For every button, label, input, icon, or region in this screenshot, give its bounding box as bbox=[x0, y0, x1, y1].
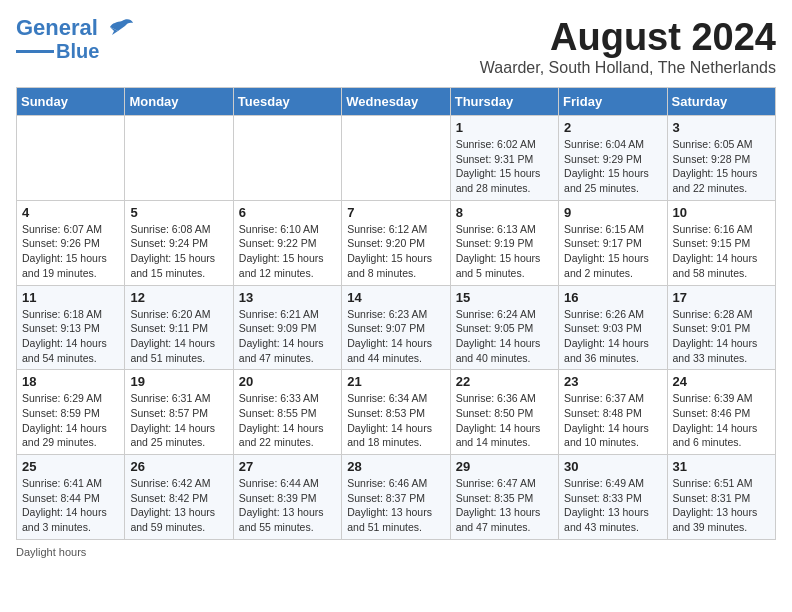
logo-bird-icon bbox=[102, 17, 134, 39]
day-cell: 8Sunrise: 6:13 AM Sunset: 9:19 PM Daylig… bbox=[450, 200, 558, 285]
logo: General Blue bbox=[16, 16, 134, 62]
header: General Blue August 2024 Waarder, South … bbox=[16, 16, 776, 77]
logo-general: General bbox=[16, 15, 98, 40]
day-cell: 28Sunrise: 6:46 AM Sunset: 8:37 PM Dayli… bbox=[342, 455, 450, 540]
day-number: 11 bbox=[22, 290, 119, 305]
day-info: Sunrise: 6:36 AM Sunset: 8:50 PM Dayligh… bbox=[456, 391, 553, 450]
day-number: 19 bbox=[130, 374, 227, 389]
month-title: August 2024 bbox=[480, 16, 776, 59]
header-cell-sunday: Sunday bbox=[17, 88, 125, 116]
day-number: 4 bbox=[22, 205, 119, 220]
header-cell-saturday: Saturday bbox=[667, 88, 775, 116]
day-cell: 26Sunrise: 6:42 AM Sunset: 8:42 PM Dayli… bbox=[125, 455, 233, 540]
day-cell: 18Sunrise: 6:29 AM Sunset: 8:59 PM Dayli… bbox=[17, 370, 125, 455]
day-cell: 5Sunrise: 6:08 AM Sunset: 9:24 PM Daylig… bbox=[125, 200, 233, 285]
day-cell: 7Sunrise: 6:12 AM Sunset: 9:20 PM Daylig… bbox=[342, 200, 450, 285]
day-info: Sunrise: 6:31 AM Sunset: 8:57 PM Dayligh… bbox=[130, 391, 227, 450]
day-cell: 11Sunrise: 6:18 AM Sunset: 9:13 PM Dayli… bbox=[17, 285, 125, 370]
day-info: Sunrise: 6:41 AM Sunset: 8:44 PM Dayligh… bbox=[22, 476, 119, 535]
calendar-header: SundayMondayTuesdayWednesdayThursdayFrid… bbox=[17, 88, 776, 116]
day-number: 8 bbox=[456, 205, 553, 220]
header-row: SundayMondayTuesdayWednesdayThursdayFrid… bbox=[17, 88, 776, 116]
day-cell: 3Sunrise: 6:05 AM Sunset: 9:28 PM Daylig… bbox=[667, 116, 775, 201]
day-info: Sunrise: 6:20 AM Sunset: 9:11 PM Dayligh… bbox=[130, 307, 227, 366]
day-info: Sunrise: 6:07 AM Sunset: 9:26 PM Dayligh… bbox=[22, 222, 119, 281]
day-number: 22 bbox=[456, 374, 553, 389]
day-cell: 6Sunrise: 6:10 AM Sunset: 9:22 PM Daylig… bbox=[233, 200, 341, 285]
day-info: Sunrise: 6:37 AM Sunset: 8:48 PM Dayligh… bbox=[564, 391, 661, 450]
day-number: 23 bbox=[564, 374, 661, 389]
day-number: 26 bbox=[130, 459, 227, 474]
day-info: Sunrise: 6:13 AM Sunset: 9:19 PM Dayligh… bbox=[456, 222, 553, 281]
day-number: 12 bbox=[130, 290, 227, 305]
day-number: 9 bbox=[564, 205, 661, 220]
day-info: Sunrise: 6:10 AM Sunset: 9:22 PM Dayligh… bbox=[239, 222, 336, 281]
day-info: Sunrise: 6:26 AM Sunset: 9:03 PM Dayligh… bbox=[564, 307, 661, 366]
day-cell: 14Sunrise: 6:23 AM Sunset: 9:07 PM Dayli… bbox=[342, 285, 450, 370]
day-info: Sunrise: 6:44 AM Sunset: 8:39 PM Dayligh… bbox=[239, 476, 336, 535]
day-cell: 29Sunrise: 6:47 AM Sunset: 8:35 PM Dayli… bbox=[450, 455, 558, 540]
day-number: 13 bbox=[239, 290, 336, 305]
day-number: 5 bbox=[130, 205, 227, 220]
week-row-2: 11Sunrise: 6:18 AM Sunset: 9:13 PM Dayli… bbox=[17, 285, 776, 370]
week-row-3: 18Sunrise: 6:29 AM Sunset: 8:59 PM Dayli… bbox=[17, 370, 776, 455]
day-cell: 2Sunrise: 6:04 AM Sunset: 9:29 PM Daylig… bbox=[559, 116, 667, 201]
day-cell bbox=[342, 116, 450, 201]
day-info: Sunrise: 6:23 AM Sunset: 9:07 PM Dayligh… bbox=[347, 307, 444, 366]
calendar-table: SundayMondayTuesdayWednesdayThursdayFrid… bbox=[16, 87, 776, 540]
day-info: Sunrise: 6:18 AM Sunset: 9:13 PM Dayligh… bbox=[22, 307, 119, 366]
header-cell-tuesday: Tuesday bbox=[233, 88, 341, 116]
day-cell: 27Sunrise: 6:44 AM Sunset: 8:39 PM Dayli… bbox=[233, 455, 341, 540]
day-number: 10 bbox=[673, 205, 770, 220]
day-number: 28 bbox=[347, 459, 444, 474]
week-row-1: 4Sunrise: 6:07 AM Sunset: 9:26 PM Daylig… bbox=[17, 200, 776, 285]
day-cell: 21Sunrise: 6:34 AM Sunset: 8:53 PM Dayli… bbox=[342, 370, 450, 455]
day-info: Sunrise: 6:29 AM Sunset: 8:59 PM Dayligh… bbox=[22, 391, 119, 450]
day-cell: 19Sunrise: 6:31 AM Sunset: 8:57 PM Dayli… bbox=[125, 370, 233, 455]
day-info: Sunrise: 6:46 AM Sunset: 8:37 PM Dayligh… bbox=[347, 476, 444, 535]
day-number: 7 bbox=[347, 205, 444, 220]
day-number: 27 bbox=[239, 459, 336, 474]
day-number: 31 bbox=[673, 459, 770, 474]
day-cell: 16Sunrise: 6:26 AM Sunset: 9:03 PM Dayli… bbox=[559, 285, 667, 370]
day-cell: 23Sunrise: 6:37 AM Sunset: 8:48 PM Dayli… bbox=[559, 370, 667, 455]
day-number: 30 bbox=[564, 459, 661, 474]
day-info: Sunrise: 6:16 AM Sunset: 9:15 PM Dayligh… bbox=[673, 222, 770, 281]
day-info: Sunrise: 6:28 AM Sunset: 9:01 PM Dayligh… bbox=[673, 307, 770, 366]
day-info: Sunrise: 6:24 AM Sunset: 9:05 PM Dayligh… bbox=[456, 307, 553, 366]
header-cell-friday: Friday bbox=[559, 88, 667, 116]
day-info: Sunrise: 6:34 AM Sunset: 8:53 PM Dayligh… bbox=[347, 391, 444, 450]
day-info: Sunrise: 6:39 AM Sunset: 8:46 PM Dayligh… bbox=[673, 391, 770, 450]
day-cell: 12Sunrise: 6:20 AM Sunset: 9:11 PM Dayli… bbox=[125, 285, 233, 370]
day-info: Sunrise: 6:04 AM Sunset: 9:29 PM Dayligh… bbox=[564, 137, 661, 196]
title-area: August 2024 Waarder, South Holland, The … bbox=[480, 16, 776, 77]
day-number: 16 bbox=[564, 290, 661, 305]
day-info: Sunrise: 6:51 AM Sunset: 8:31 PM Dayligh… bbox=[673, 476, 770, 535]
day-cell: 1Sunrise: 6:02 AM Sunset: 9:31 PM Daylig… bbox=[450, 116, 558, 201]
day-number: 29 bbox=[456, 459, 553, 474]
day-info: Sunrise: 6:15 AM Sunset: 9:17 PM Dayligh… bbox=[564, 222, 661, 281]
location-subtitle: Waarder, South Holland, The Netherlands bbox=[480, 59, 776, 77]
header-cell-thursday: Thursday bbox=[450, 88, 558, 116]
day-number: 2 bbox=[564, 120, 661, 135]
day-cell: 17Sunrise: 6:28 AM Sunset: 9:01 PM Dayli… bbox=[667, 285, 775, 370]
day-cell: 31Sunrise: 6:51 AM Sunset: 8:31 PM Dayli… bbox=[667, 455, 775, 540]
day-cell: 30Sunrise: 6:49 AM Sunset: 8:33 PM Dayli… bbox=[559, 455, 667, 540]
day-number: 14 bbox=[347, 290, 444, 305]
day-cell bbox=[17, 116, 125, 201]
day-cell bbox=[125, 116, 233, 201]
day-cell: 22Sunrise: 6:36 AM Sunset: 8:50 PM Dayli… bbox=[450, 370, 558, 455]
day-info: Sunrise: 6:49 AM Sunset: 8:33 PM Dayligh… bbox=[564, 476, 661, 535]
day-cell: 9Sunrise: 6:15 AM Sunset: 9:17 PM Daylig… bbox=[559, 200, 667, 285]
day-cell: 24Sunrise: 6:39 AM Sunset: 8:46 PM Dayli… bbox=[667, 370, 775, 455]
day-cell: 13Sunrise: 6:21 AM Sunset: 9:09 PM Dayli… bbox=[233, 285, 341, 370]
day-info: Sunrise: 6:47 AM Sunset: 8:35 PM Dayligh… bbox=[456, 476, 553, 535]
day-cell: 25Sunrise: 6:41 AM Sunset: 8:44 PM Dayli… bbox=[17, 455, 125, 540]
calendar-body: 1Sunrise: 6:02 AM Sunset: 9:31 PM Daylig… bbox=[17, 116, 776, 540]
day-number: 1 bbox=[456, 120, 553, 135]
day-number: 24 bbox=[673, 374, 770, 389]
day-cell: 15Sunrise: 6:24 AM Sunset: 9:05 PM Dayli… bbox=[450, 285, 558, 370]
day-info: Sunrise: 6:42 AM Sunset: 8:42 PM Dayligh… bbox=[130, 476, 227, 535]
day-info: Sunrise: 6:08 AM Sunset: 9:24 PM Dayligh… bbox=[130, 222, 227, 281]
day-number: 17 bbox=[673, 290, 770, 305]
